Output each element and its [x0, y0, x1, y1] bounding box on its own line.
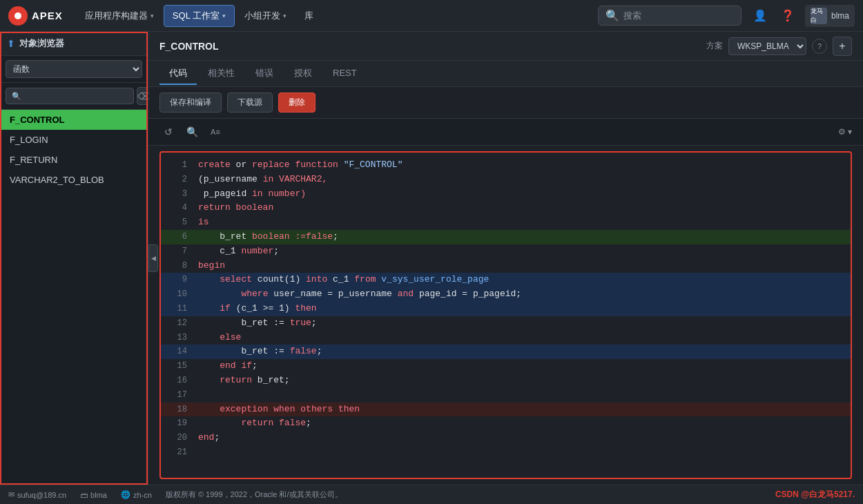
- content-area: F_CONTROL 方案 WKSP_BLMA ? + 代码 相关性 错误 授权 …: [148, 32, 863, 485]
- code-line: 12 b_ret := true;: [161, 316, 851, 331]
- code-line: 15 end if;: [161, 359, 851, 374]
- sidebar-item-f-control[interactable]: F_CONTROL: [0, 110, 148, 130]
- tab-error[interactable]: 错误: [246, 63, 283, 85]
- tab-auth[interactable]: 授权: [284, 63, 322, 85]
- sidebar: ⬆ 对象浏览器 函数 过程 包 触发器 🔍 ⌫ F_CONTROL F_LOGI…: [0, 32, 148, 485]
- chevron-down-icon: ▾: [283, 12, 287, 19]
- workspace-label: 方案: [706, 40, 723, 52]
- code-line: 9 select count(1) into c_1 from v_sys_us…: [161, 273, 851, 287]
- content-header: F_CONTROL 方案 WKSP_BLMA ? +: [148, 32, 863, 61]
- toolbar: 保存和编译 下载源 删除: [148, 87, 863, 119]
- tab-rest[interactable]: REST: [323, 64, 367, 84]
- code-line: 3 p_pageid in number): [161, 187, 851, 202]
- code-line: 17: [161, 388, 851, 403]
- code-line: 7 c_1 number;: [161, 244, 851, 259]
- search-input[interactable]: [623, 10, 734, 21]
- editor-settings-btn[interactable]: ⚙ ▾: [838, 127, 852, 137]
- code-line: 4return boolean: [161, 201, 851, 215]
- search-box[interactable]: 🔍: [598, 6, 741, 26]
- sidebar-list: F_CONTROL F_LOGIN F_RETURN VARCHAR2_TO_B…: [0, 110, 148, 485]
- chevron-down-icon: ▾: [151, 12, 154, 19]
- help-btn[interactable]: ?: [812, 39, 827, 54]
- search-icon: 🔍: [605, 9, 619, 22]
- code-line: 16 return b_ret;: [161, 374, 851, 388]
- code-line: 13 else: [161, 331, 851, 345]
- nav-menu: 应用程序构建器 ▾ SQL 工作室 ▾ 小组开发 ▾ 库: [77, 5, 598, 27]
- nav-item-team-dev[interactable]: 小组开发 ▾: [236, 6, 295, 26]
- status-copyright: 版权所有 © 1999，2022，Oracle 和/或其关联公司。: [166, 490, 342, 500]
- db-icon: 🗃: [80, 491, 88, 499]
- sidebar-collapse-handle[interactable]: ◀: [148, 244, 158, 272]
- code-editor-wrapper: 1create or replace function "F_CONTROL"2…: [159, 151, 852, 479]
- nav-icons: 👤 ❓ 龙马白 blma: [750, 5, 855, 27]
- sidebar-search-input[interactable]: [24, 91, 128, 101]
- code-editor[interactable]: 1create or replace function "F_CONTROL"2…: [161, 153, 851, 478]
- globe-icon: 🌐: [121, 490, 130, 499]
- status-bar: ✉ sufuq@189.cn 🗃 blma 🌐 zh-cn 版权所有 © 199…: [0, 485, 863, 504]
- sidebar-filter: 函数 过程 包 触发器: [0, 56, 148, 83]
- save-compile-button[interactable]: 保存和编译: [159, 93, 222, 113]
- top-nav: APEX 应用程序构建器 ▾ SQL 工作室 ▾ 小组开发 ▾ 库 🔍 👤 ❓ …: [0, 0, 863, 32]
- code-line: 14 b_ret := false;: [161, 345, 851, 359]
- code-line: 2(p_username in VARCHAR2,: [161, 173, 851, 187]
- chevron-down-icon: ▾: [848, 127, 852, 137]
- avatar: 龙马白: [811, 8, 827, 24]
- logo-icon: [8, 6, 28, 26]
- download-source-button[interactable]: 下载源: [227, 93, 273, 113]
- sidebar-item-f-return[interactable]: F_RETURN: [0, 150, 148, 170]
- editor-toolbar: ↺ 🔍 A≡ ⚙ ▾: [148, 119, 863, 146]
- undo-btn[interactable]: ↺: [159, 123, 177, 141]
- status-email: ✉ sufuq@189.cn: [8, 490, 66, 499]
- help-icon-btn[interactable]: ❓: [777, 6, 798, 26]
- sidebar-title: 对象浏览器: [19, 37, 64, 50]
- status-lang: 🌐 zh-cn: [121, 490, 152, 499]
- workspace-select[interactable]: WKSP_BLMA: [728, 37, 806, 55]
- nav-item-app-builder[interactable]: 应用程序构建器 ▾: [77, 6, 162, 26]
- email-icon: ✉: [8, 490, 14, 499]
- search-box: 🔍: [6, 88, 134, 104]
- sidebar-item-f-login[interactable]: F_LOGIN: [0, 130, 148, 150]
- status-db: 🗃 blma: [80, 491, 107, 499]
- search-icon: 🔍: [12, 92, 21, 101]
- filter-select[interactable]: 函数 过程 包 触发器: [6, 60, 142, 78]
- app-logo[interactable]: APEX: [8, 6, 63, 26]
- code-line: 18 exception when others then: [161, 403, 851, 417]
- nav-item-library[interactable]: 库: [296, 6, 322, 26]
- status-csdn: CSDN @白龙马5217.: [775, 489, 855, 501]
- sidebar-item-varchar2-to-blob[interactable]: VARCHAR2_TO_BLOB: [0, 170, 148, 190]
- tab-relevance[interactable]: 相关性: [198, 63, 244, 85]
- code-line: 1create or replace function "F_CONTROL": [161, 158, 851, 173]
- chevron-down-icon: ▾: [222, 12, 226, 19]
- upload-icon: ⬆: [7, 38, 15, 49]
- tab-code[interactable]: 代码: [159, 63, 197, 85]
- page-title: F_CONTROL: [159, 41, 219, 52]
- code-line: 11 if (c_1 >= 1) then: [161, 302, 851, 316]
- main-layout: ⬆ 对象浏览器 函数 过程 包 触发器 🔍 ⌫ F_CONTROL F_LOGI…: [0, 32, 863, 485]
- add-button[interactable]: +: [833, 37, 852, 56]
- tabs-bar: 代码 相关性 错误 授权 REST: [148, 61, 863, 87]
- code-line: 19 return false;: [161, 416, 851, 431]
- sidebar-search: 🔍 ⌫: [0, 83, 148, 110]
- nav-item-sql-workshop[interactable]: SQL 工作室 ▾: [164, 5, 235, 27]
- code-line: 20end;: [161, 431, 851, 445]
- code-line: 6 b_ret boolean :=false;: [161, 230, 851, 244]
- app-name: APEX: [32, 10, 63, 21]
- search-code-btn[interactable]: 🔍: [183, 123, 201, 141]
- code-line: 5is: [161, 215, 851, 230]
- content-header-right: 方案 WKSP_BLMA ? +: [706, 37, 852, 56]
- user-menu[interactable]: 龙马白 blma: [805, 5, 855, 27]
- code-line: 8begin: [161, 259, 851, 273]
- username: blma: [831, 11, 849, 21]
- format-btn[interactable]: A≡: [206, 123, 224, 141]
- code-line: 10 where user_name = p_username and page…: [161, 287, 851, 302]
- user-icon-btn[interactable]: 👤: [750, 6, 770, 26]
- code-line: 21: [161, 445, 851, 460]
- delete-button[interactable]: 删除: [278, 93, 316, 113]
- gear-icon: ⚙: [838, 127, 846, 137]
- sidebar-header: ⬆ 对象浏览器: [0, 32, 148, 56]
